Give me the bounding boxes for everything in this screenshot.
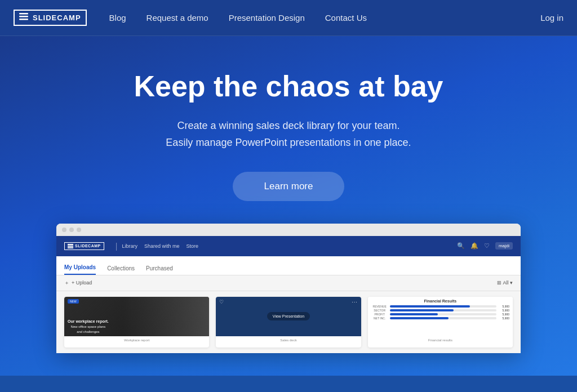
fin-row-1: REVENUE 5,900: [371, 305, 509, 308]
card-1-text3: and challenges: [68, 329, 109, 334]
filter-icon: ⊞: [497, 280, 501, 286]
fin-bar-bg-4: [390, 317, 496, 319]
nav-request-demo[interactable]: Request a demo: [147, 13, 208, 23]
card-1-bg: [122, 297, 209, 336]
card-1-title: Our workplace report.: [68, 319, 109, 324]
presentation-card-1[interactable]: NEW Our workplace report. New office spa…: [64, 297, 209, 348]
filter-all[interactable]: ⊞ All ▾: [497, 280, 513, 286]
app-nav-icons: 🔍 🔔 ♡ majdi: [457, 242, 513, 250]
app-nav-shared[interactable]: Shared with me: [144, 243, 180, 249]
logo-line-1: [68, 244, 73, 245]
app-logo-lines: [68, 244, 73, 248]
fin-bar-3: [390, 313, 438, 315]
fin-val-3: 5,900: [498, 313, 509, 316]
filter-label: All: [503, 280, 508, 286]
navbar: SLIDECAMP Blog Request a demo Presentati…: [0, 0, 577, 36]
card-2-image: ♡ ··· View Presentation: [216, 297, 361, 336]
hero-subtitle-line2: Easily manage PowerPoint presentations i…: [166, 137, 411, 148]
nav-presentation-design[interactable]: Presentation Design: [229, 13, 305, 23]
app-cards: NEW Our workplace report. New office spa…: [56, 291, 521, 353]
app-nav-store[interactable]: Store: [186, 243, 198, 249]
app-nav-separator: |: [116, 242, 118, 251]
card-1-image: NEW Our workplace report. New office spa…: [64, 297, 209, 336]
financial-results-title: Financial Results: [371, 299, 509, 303]
fin-label-3: PROFIT: [371, 313, 388, 316]
nav-contact-us[interactable]: Contact Us: [325, 13, 367, 23]
tab-my-uploads[interactable]: My Uploads: [64, 264, 96, 275]
app-tabs: My Uploads Collections Purchased: [56, 256, 521, 275]
fin-val-4: 5,900: [498, 317, 509, 320]
logo-line-3: [68, 247, 73, 248]
bell-icon[interactable]: 🔔: [471, 242, 478, 250]
upload-label: + Upload: [72, 280, 92, 286]
chevron-down-icon: ▾: [510, 280, 513, 286]
app-preview: SLIDECAMP | Library Shared with me Store…: [56, 224, 521, 353]
fin-row-2: SECTOR 5,900: [371, 309, 509, 312]
fin-label-2: SECTOR: [371, 309, 388, 312]
nav-links: Blog Request a demo Presentation Design …: [109, 13, 541, 23]
fin-bar-bg-2: [390, 309, 496, 311]
presentation-card-3[interactable]: Financial Results REVENUE 5,900 SECTOR 5…: [368, 297, 513, 348]
titlebar-dot-2: [69, 228, 74, 232]
svg-rect-2: [19, 19, 28, 20]
fin-bar-bg-1: [390, 305, 496, 308]
tab-purchased[interactable]: Purchased: [146, 265, 173, 275]
hero-title: Keep the chaos at bay: [11, 70, 566, 104]
presentation-card-2[interactable]: ♡ ··· View Presentation Sales deck: [216, 297, 361, 348]
titlebar-dot-1: [62, 228, 66, 232]
fin-row-3: PROFIT 5,900: [371, 313, 509, 316]
titlebar-dot-3: [77, 228, 81, 232]
view-presentation-button[interactable]: View Presentation: [267, 312, 310, 320]
svg-rect-1: [19, 16, 28, 17]
learn-more-button[interactable]: Learn more: [233, 172, 345, 201]
card-3-info: Financial results: [368, 336, 513, 344]
hero-subtitle-line1: Create a winning sales deck library for …: [177, 120, 400, 131]
card-2-info: Sales deck: [216, 336, 361, 344]
app-inner-logo: SLIDECAMP: [64, 242, 104, 250]
card-1-info: Workplace report: [64, 336, 209, 344]
logo-icon: [19, 13, 28, 23]
fin-bar-2: [390, 309, 454, 311]
card-1-subtitle: New office space plans: [68, 324, 109, 329]
fin-val-1: 5,900: [498, 305, 509, 308]
fin-label-4: NET INC.: [371, 317, 388, 320]
app-preview-wrapper: SLIDECAMP | Library Shared with me Store…: [11, 212, 566, 353]
logo[interactable]: SLIDECAMP: [14, 10, 87, 26]
app-titlebar: [56, 224, 521, 236]
user-menu[interactable]: majdi: [495, 242, 513, 250]
logo-text: SLIDECAMP: [33, 14, 81, 22]
fin-row-4: NET INC. 5,900: [371, 317, 509, 320]
upload-button[interactable]: ＋ + Upload: [64, 279, 92, 287]
app-toolbar: ＋ + Upload ⊞ All ▾: [56, 275, 521, 291]
fin-bar-bg-3: [390, 313, 496, 315]
card-2-heart-icon[interactable]: ♡: [219, 299, 224, 305]
card-2-more-icon[interactable]: ···: [352, 299, 358, 305]
tab-collections[interactable]: Collections: [107, 265, 135, 275]
search-icon[interactable]: 🔍: [457, 242, 465, 250]
app-nav-library[interactable]: Library: [122, 243, 137, 249]
hero-section: Keep the chaos at bay Create a winning s…: [0, 36, 577, 376]
nav-blog[interactable]: Blog: [109, 13, 126, 23]
app-logo-text: SLIDECAMP: [75, 244, 101, 248]
plus-icon: ＋: [64, 279, 69, 287]
fin-bar-4: [390, 317, 449, 319]
card-3-image: Financial Results REVENUE 5,900 SECTOR 5…: [368, 297, 513, 336]
login-button[interactable]: Log in: [540, 13, 563, 23]
fin-label-1: REVENUE: [371, 305, 388, 308]
fin-val-2: 5,900: [498, 309, 509, 312]
card-1-badge: NEW: [68, 299, 79, 304]
heart-icon[interactable]: ♡: [484, 242, 490, 250]
app-inner-navbar: SLIDECAMP | Library Shared with me Store…: [56, 236, 521, 256]
logo-line-2: [68, 246, 73, 247]
hero-subtitle: Create a winning sales deck library for …: [11, 117, 566, 152]
card-1-text: Our workplace report. New office space p…: [68, 319, 109, 334]
svg-rect-0: [19, 13, 28, 15]
fin-bar-1: [390, 305, 470, 308]
